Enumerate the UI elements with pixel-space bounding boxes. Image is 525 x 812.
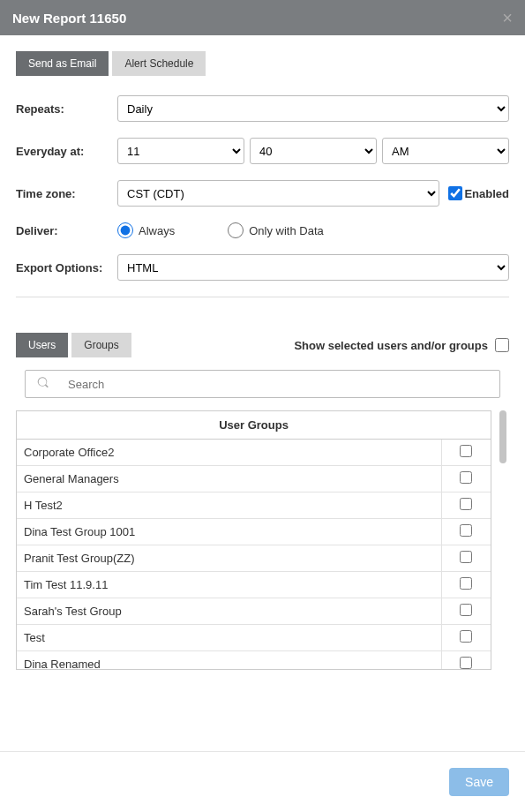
primary-tabs: Send as Email Alert Schedule bbox=[16, 51, 509, 76]
checkbox-enabled[interactable] bbox=[448, 186, 462, 200]
select-hour[interactable]: 11 bbox=[117, 138, 244, 164]
group-name: General Managers bbox=[17, 466, 441, 492]
secondary-tabs-row: Users Groups Show selected users and/or … bbox=[16, 333, 509, 357]
scrollbar[interactable] bbox=[497, 410, 509, 670]
label-everyday-at: Everyday at: bbox=[16, 145, 117, 158]
select-repeats[interactable]: Daily bbox=[117, 95, 509, 122]
table-row: Pranit Test Group(ZZ) bbox=[17, 545, 491, 572]
tab-send-as-email[interactable]: Send as Email bbox=[16, 51, 109, 76]
label-enabled: Enabled bbox=[464, 187, 509, 200]
group-name: Pranit Test Group(ZZ) bbox=[17, 545, 441, 572]
select-timezone[interactable]: CST (CDT) bbox=[117, 180, 439, 207]
tab-groups[interactable]: Groups bbox=[71, 333, 131, 357]
group-check-cell bbox=[441, 572, 491, 598]
tab-alert-schedule[interactable]: Alert Schedule bbox=[112, 51, 206, 76]
group-checkbox[interactable] bbox=[460, 551, 472, 563]
group-name: Dina Renamed bbox=[17, 651, 441, 671]
group-name: Dina Test Group 1001 bbox=[17, 519, 441, 545]
modal-title: New Report 11650 bbox=[12, 11, 126, 26]
radio-always[interactable] bbox=[117, 222, 133, 238]
label-export: Export Options: bbox=[16, 261, 117, 274]
table-row: Corporate Office2 bbox=[17, 440, 491, 466]
table-wrap: User Groups Corporate Office2General Man… bbox=[16, 410, 509, 670]
group-checkbox[interactable] bbox=[460, 577, 472, 590]
group-check-cell bbox=[441, 466, 491, 492]
group-checkbox[interactable] bbox=[460, 524, 472, 537]
divider bbox=[16, 297, 509, 297]
group-checkbox[interactable] bbox=[460, 445, 472, 457]
group-check-cell bbox=[441, 651, 491, 671]
search-input[interactable] bbox=[25, 370, 500, 398]
table-row: General Managers bbox=[17, 466, 491, 492]
group-check-cell bbox=[441, 598, 491, 625]
select-ampm[interactable]: AM bbox=[382, 138, 509, 164]
group-check-cell bbox=[441, 492, 491, 519]
group-name: Test bbox=[17, 625, 441, 651]
modal-footer: Save bbox=[0, 751, 525, 812]
close-icon[interactable]: × bbox=[502, 9, 513, 26]
select-export[interactable]: HTML bbox=[117, 254, 509, 281]
label-timezone: Time zone: bbox=[16, 187, 117, 200]
group-checkbox[interactable] bbox=[460, 498, 472, 510]
search-icon bbox=[37, 377, 49, 392]
table-row: Dina Test Group 1001 bbox=[17, 519, 491, 545]
row-repeats: Repeats: Daily bbox=[16, 95, 509, 122]
table-row: Dina Renamed bbox=[17, 651, 491, 671]
table-header: User Groups bbox=[17, 411, 491, 440]
row-deliver: Deliver: Always Only with Data bbox=[16, 222, 509, 238]
group-checkbox[interactable] bbox=[460, 604, 472, 616]
save-button[interactable]: Save bbox=[449, 768, 509, 796]
group-name: H Test2 bbox=[17, 492, 441, 519]
group-check-cell bbox=[441, 625, 491, 651]
user-groups-table: User Groups Corporate Office2General Man… bbox=[16, 410, 491, 670]
table-row: Tim Test 11.9.11 bbox=[17, 572, 491, 598]
search-wrap bbox=[25, 370, 500, 398]
group-check-cell bbox=[441, 545, 491, 572]
group-name: Sarah's Test Group bbox=[17, 598, 441, 625]
checkbox-show-selected[interactable] bbox=[495, 338, 509, 352]
radio-always-label: Always bbox=[139, 224, 175, 237]
scrollbar-thumb[interactable] bbox=[499, 410, 506, 463]
radio-only-with-data-label: Only with Data bbox=[249, 224, 324, 237]
table-row: H Test2 bbox=[17, 492, 491, 519]
radio-only-with-data[interactable] bbox=[228, 222, 244, 238]
group-name: Corporate Office2 bbox=[17, 440, 441, 466]
label-repeats: Repeats: bbox=[16, 102, 117, 116]
group-checkbox[interactable] bbox=[460, 630, 472, 643]
group-checkbox[interactable] bbox=[460, 471, 472, 484]
group-check-cell bbox=[441, 519, 491, 545]
group-check-cell bbox=[441, 440, 491, 466]
table-row: Test bbox=[17, 625, 491, 651]
group-checkbox[interactable] bbox=[460, 657, 472, 669]
tab-users[interactable]: Users bbox=[16, 333, 68, 357]
row-timezone: Time zone: CST (CDT) Enabled bbox=[16, 180, 509, 207]
table-row: Sarah's Test Group bbox=[17, 598, 491, 625]
select-minute[interactable]: 40 bbox=[250, 138, 377, 164]
label-deliver: Deliver: bbox=[16, 224, 117, 237]
group-name: Tim Test 11.9.11 bbox=[17, 572, 441, 598]
row-everyday-at: Everyday at: 11 40 AM bbox=[16, 138, 509, 164]
row-export: Export Options: HTML bbox=[16, 254, 509, 281]
modal-header: New Report 11650 × bbox=[0, 0, 525, 35]
modal-body: Send as Email Alert Schedule Repeats: Da… bbox=[0, 35, 525, 686]
show-selected-label: Show selected users and/or groups bbox=[294, 339, 488, 352]
